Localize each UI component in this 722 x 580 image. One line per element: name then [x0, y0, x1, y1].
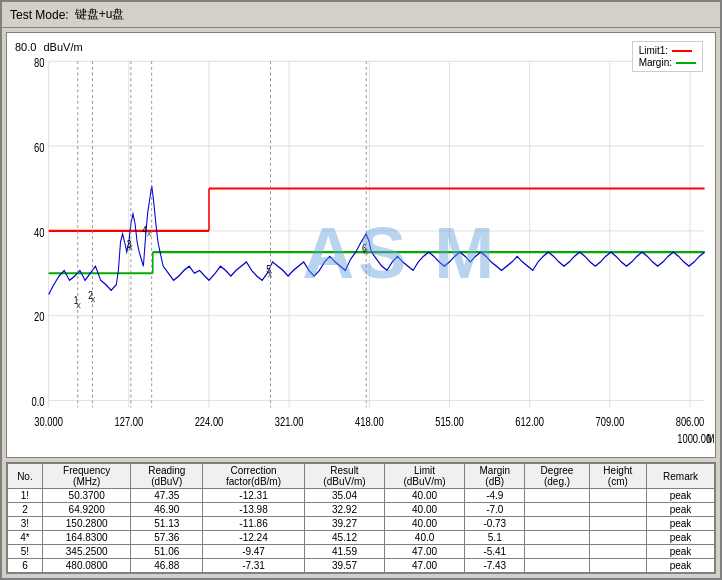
chart-area: 80.0 dBuV/m Limit1: Margin: [6, 32, 716, 458]
col-header-result: Result(dBuV/m) [304, 464, 384, 489]
col-header-remark: Remark [647, 464, 715, 489]
table-cell: peak [647, 489, 715, 503]
svg-text:80: 80 [34, 56, 44, 70]
table-cell: -7.0 [465, 503, 525, 517]
svg-text:60: 60 [34, 140, 44, 154]
table-cell: 4* [8, 531, 43, 545]
legend-margin-label: Margin: [639, 57, 672, 68]
table-cell [589, 489, 647, 503]
svg-text:418.00: 418.00 [355, 415, 384, 429]
svg-text:321.00: 321.00 [275, 415, 304, 429]
table-cell: -11.86 [203, 517, 305, 531]
table-cell: 150.2800 [42, 517, 131, 531]
table-cell: 40.00 [385, 489, 465, 503]
table-cell: 41.59 [304, 545, 384, 559]
col-header-limit: Limit(dBuV/m) [385, 464, 465, 489]
table-cell: 45.12 [304, 531, 384, 545]
data-table: No. Frequency(MHz) Reading(dBuV) Correct… [6, 462, 716, 574]
chart-legend: Limit1: Margin: [632, 41, 703, 72]
table-cell: 50.3700 [42, 489, 131, 503]
table-cell [589, 559, 647, 573]
test-mode-value: 键盘+u盘 [75, 6, 125, 23]
svg-text:MHz: MHz [707, 431, 715, 445]
svg-text:709.00: 709.00 [596, 415, 625, 429]
col-header-no: No. [8, 464, 43, 489]
table-row: 264.920046.90-13.9832.9240.00-7.0peak [8, 503, 715, 517]
table-cell [525, 531, 589, 545]
table-cell: 51.06 [131, 545, 203, 559]
table-cell: 46.88 [131, 559, 203, 573]
table-cell: 39.27 [304, 517, 384, 531]
table-cell: 164.8300 [42, 531, 131, 545]
svg-text:×: × [267, 268, 272, 282]
table-cell: 57.36 [131, 531, 203, 545]
svg-text:×: × [90, 293, 95, 307]
legend-limit1-label: Limit1: [639, 45, 668, 56]
table-cell [589, 545, 647, 559]
col-header-freq: Frequency(MHz) [42, 464, 131, 489]
table-cell: 40.00 [385, 517, 465, 531]
table-cell: -7.43 [465, 559, 525, 573]
table-cell: peak [647, 531, 715, 545]
svg-text:40: 40 [34, 225, 44, 239]
table-cell: peak [647, 517, 715, 531]
table-cell [525, 503, 589, 517]
col-header-height: Height(cm) [589, 464, 647, 489]
legend-limit1: Limit1: [639, 45, 696, 56]
table-cell: peak [647, 503, 715, 517]
table-cell: -9.47 [203, 545, 305, 559]
svg-text:×: × [147, 227, 152, 241]
test-mode-label: Test Mode: [10, 8, 69, 22]
table-row: 3!150.280051.13-11.8639.2740.00-0.73peak [8, 517, 715, 531]
table-cell: 46.90 [131, 503, 203, 517]
col-header-correction: Correctionfactor(dB/m) [203, 464, 305, 489]
chart-svg: 30.000 127.00 224.00 321.00 418.00 515.0… [7, 33, 715, 457]
svg-text:515.00: 515.00 [435, 415, 464, 429]
svg-text:127.00: 127.00 [115, 415, 144, 429]
table-cell [525, 489, 589, 503]
svg-text:0.0: 0.0 [31, 395, 44, 409]
table-cell: -13.98 [203, 503, 305, 517]
table-cell: -7.31 [203, 559, 305, 573]
legend-margin-line [676, 62, 696, 64]
svg-text:612.00: 612.00 [515, 415, 544, 429]
table-cell [525, 545, 589, 559]
svg-text:×: × [128, 241, 133, 255]
table-row: 1!50.370047.35-12.3135.0440.00-4.9peak [8, 489, 715, 503]
table-cell: -12.31 [203, 489, 305, 503]
table-cell: -12.24 [203, 531, 305, 545]
legend-margin: Margin: [639, 57, 696, 68]
svg-text:224.00: 224.00 [195, 415, 224, 429]
table-cell [525, 559, 589, 573]
table-cell [589, 503, 647, 517]
svg-text:×: × [76, 299, 81, 313]
y-axis-top-label: 80.0 dBuV/m [15, 41, 83, 53]
table-cell: 47.35 [131, 489, 203, 503]
svg-text:20: 20 [34, 310, 44, 324]
col-header-reading: Reading(dBuV) [131, 464, 203, 489]
table-cell: 40.0 [385, 531, 465, 545]
table-cell: 5.1 [465, 531, 525, 545]
table-cell [525, 517, 589, 531]
table-cell: peak [647, 545, 715, 559]
col-header-degree: Degree(deg.) [525, 464, 589, 489]
table-cell: 2 [8, 503, 43, 517]
main-window: Test Mode: 键盘+u盘 80.0 dBuV/m Limit1: Mar… [0, 0, 722, 580]
table-cell: 35.04 [304, 489, 384, 503]
table-row: 6480.080046.88-7.3139.5747.00-7.43peak [8, 559, 715, 573]
table-cell: 47.00 [385, 559, 465, 573]
table-cell: 47.00 [385, 545, 465, 559]
table-cell: 39.57 [304, 559, 384, 573]
legend-limit1-line [672, 50, 692, 52]
table-cell: 480.0800 [42, 559, 131, 573]
table-cell: 32.92 [304, 503, 384, 517]
table-cell: -5.41 [465, 545, 525, 559]
table-cell: peak [647, 559, 715, 573]
svg-text:×: × [363, 245, 368, 259]
svg-text:30.000: 30.000 [34, 415, 63, 429]
table-cell: 6 [8, 559, 43, 573]
table-cell: 1! [8, 489, 43, 503]
table-cell: 40.00 [385, 503, 465, 517]
table-cell: 3! [8, 517, 43, 531]
title-bar: Test Mode: 键盘+u盘 [2, 2, 720, 28]
